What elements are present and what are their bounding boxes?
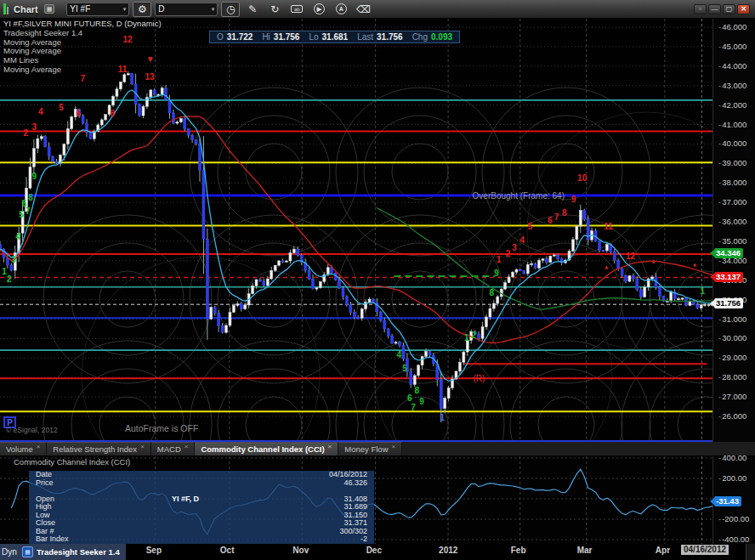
pencil-icon: ✎ xyxy=(248,3,257,15)
tab-commodity-channel-index-cci-[interactable]: Commodity Channel Index (CCI)× xyxy=(195,442,338,455)
tab-macd[interactable]: MACD× xyxy=(151,442,196,455)
svg-text:7: 7 xyxy=(554,212,559,222)
current-date-badge[interactable]: 04/16/2012 xyxy=(681,545,729,555)
chart-legend: YI #F,SILVER MINI FUTURES, D (Dynamic)Tr… xyxy=(3,20,162,75)
annotation-button[interactable]: ab xyxy=(287,2,306,17)
data-window-tooltip: Date04/16/2012Price46.326Open31.408High3… xyxy=(29,471,374,544)
svg-text:6: 6 xyxy=(548,216,553,225)
svg-text:11: 11 xyxy=(604,222,613,231)
app-logo-icon xyxy=(3,3,9,14)
cci-value-badge: -31.43 xyxy=(714,496,741,506)
tab-close-icon[interactable]: × xyxy=(392,443,396,450)
svg-text:4: 4 xyxy=(396,350,401,359)
price-badge: 31.756 xyxy=(714,298,743,308)
svg-text:7: 7 xyxy=(80,74,85,83)
quote-label: Chg xyxy=(412,32,428,42)
price-axis[interactable]: 46.00045.00044.00043.00042.00041.00040.0… xyxy=(712,19,755,442)
tab-volume[interactable]: Volume× xyxy=(0,442,47,455)
tooltip-row: Low31.150 xyxy=(29,512,374,520)
svg-text:1: 1 xyxy=(700,286,705,296)
svg-text:8: 8 xyxy=(414,386,419,395)
price-tick: 43.000 xyxy=(718,81,746,90)
restore-button[interactable]: ▫ xyxy=(694,4,707,14)
price-tick: 30.000 xyxy=(718,333,746,342)
close-button[interactable]: ✕ xyxy=(737,4,750,14)
symbol-select[interactable]: YI #F ▾ xyxy=(66,3,129,16)
svg-text:2: 2 xyxy=(471,331,476,340)
month-label-mar: Mar xyxy=(577,546,593,555)
tooltip-symbol: YI #F, D xyxy=(172,495,199,503)
horizontal-levels[interactable] xyxy=(0,100,712,411)
scrollbar-corner xyxy=(746,544,755,560)
legend-line: Moving Average xyxy=(3,65,162,75)
draw-button[interactable]: ✎ xyxy=(243,2,262,17)
autoframe-status: AutoFrame is OFF xyxy=(125,423,198,433)
auto-button[interactable]: A xyxy=(332,2,350,17)
svg-text:9: 9 xyxy=(571,195,576,204)
svg-text:10: 10 xyxy=(577,173,588,183)
tooltip-row: Price46.326 xyxy=(29,479,374,488)
svg-text:8: 8 xyxy=(562,208,567,218)
svg-text:(R): (R) xyxy=(473,374,485,383)
badge-pointer-icon xyxy=(710,498,714,505)
svg-text:12: 12 xyxy=(626,252,636,261)
refresh-button[interactable]: ↻ xyxy=(265,2,284,17)
price-chart[interactable]: OverBought (Frame: 64)(R)2345678111213▼1… xyxy=(0,19,712,442)
status-segment: Dyn ▦ Tradesight Seeker 1.4 xyxy=(0,544,126,560)
tooltip-label: Bar Index xyxy=(36,535,69,544)
svg-text:2: 2 xyxy=(506,249,511,258)
price-tick: 29.000 xyxy=(718,353,746,362)
chevron-down-icon: ▾ xyxy=(123,6,127,13)
quote-label: Last xyxy=(357,32,373,42)
note-icon: ab xyxy=(291,5,303,13)
main-chart-pane[interactable]: OverBought (Frame: 64)(R)2345678111213▼1… xyxy=(0,19,755,442)
mm-circles-overlay xyxy=(43,88,712,442)
quote-field: Lo31.681 xyxy=(309,32,348,42)
cci-axis[interactable]: 400.00200.000.00-200.00-400.00-31.43 xyxy=(712,456,755,544)
eraser-button[interactable]: ⌫ xyxy=(354,2,372,17)
time-axis-bar: Dyn ▦ Tradesight Seeker 1.4 04/16/2012 S… xyxy=(0,544,755,560)
svg-text:4: 4 xyxy=(15,232,20,241)
tooltip-label: Price xyxy=(36,479,54,488)
interval-select[interactable]: D ▾ xyxy=(155,3,218,16)
play-button[interactable]: ▶ xyxy=(309,2,328,17)
symbol-settings-button[interactable]: ⚙ xyxy=(133,2,151,17)
svg-text:OverBought (Frame: 64): OverBought (Frame: 64) xyxy=(473,191,565,201)
minimize-button[interactable]: — xyxy=(708,4,721,14)
svg-text:2: 2 xyxy=(7,274,12,284)
price-badge: 33.137 xyxy=(714,272,743,282)
tab-close-icon[interactable]: × xyxy=(140,443,145,450)
time-settings-button[interactable]: ◷ xyxy=(221,2,240,17)
quote-value: 0.093 xyxy=(431,32,452,42)
tooltip-row: Bar #300/302 xyxy=(29,528,374,536)
svg-text:1: 1 xyxy=(464,333,469,342)
maximize-button[interactable]: ▢ xyxy=(723,4,735,14)
tab-money-flow[interactable]: Money Flow× xyxy=(338,442,402,455)
legend-line: Tradesight Seeker 1.4 xyxy=(3,29,162,38)
tab-close-icon[interactable]: × xyxy=(328,443,332,450)
quote-field: O31.722 xyxy=(217,32,253,42)
svg-text:*: * xyxy=(651,259,655,269)
tooltip-value: 46.326 xyxy=(343,479,367,488)
svg-text:8: 8 xyxy=(111,109,116,118)
quote-value: 31.756 xyxy=(377,32,403,42)
indicator-tabs: Volume×Relative Strength Index×MACD×Comm… xyxy=(0,442,755,456)
month-label-sep: Sep xyxy=(146,546,162,555)
cci-tick: -200.00 xyxy=(718,514,749,523)
chart-window: Chart ▦ YI #F ▾ ⚙ D ▾ ◷ ✎ ↻ ab ▶ A ⌫ ▫—▢… xyxy=(0,0,755,560)
cci-pane[interactable]: Commodity Channel Index (CCI) 400.00200.… xyxy=(0,456,755,544)
month-label-apr: Apr xyxy=(656,546,670,555)
svg-text:9: 9 xyxy=(31,172,37,181)
tab-relative-strength-index[interactable]: Relative Strength Index× xyxy=(47,442,150,455)
layout-badge-icon: ▦ xyxy=(44,4,55,14)
quote-field: Chg0.093 xyxy=(412,32,452,42)
month-label-dec: Dec xyxy=(366,546,382,555)
cci-tick: -400.00 xyxy=(718,535,749,544)
svg-text:9: 9 xyxy=(419,397,424,406)
svg-text:5: 5 xyxy=(19,210,24,219)
svg-text:6: 6 xyxy=(76,109,81,118)
tab-close-icon[interactable]: × xyxy=(37,443,41,450)
tab-close-icon[interactable]: × xyxy=(184,443,189,450)
refresh-icon: ↻ xyxy=(270,3,279,15)
month-label-oct: Oct xyxy=(220,546,235,555)
